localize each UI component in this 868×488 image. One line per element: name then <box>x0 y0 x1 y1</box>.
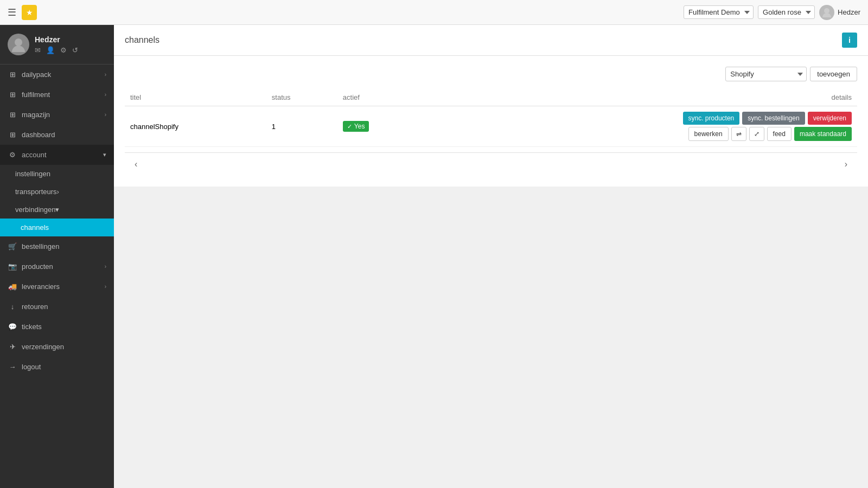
logout-icon: → <box>8 363 17 371</box>
sidebar-item-producten[interactable]: 📷 producten › <box>0 256 114 277</box>
sidebar-nav: ⊞ dailypack › ⊞ fulfilment › ⊞ magazijn … <box>0 65 114 488</box>
chevron-right-icon: › <box>57 188 59 196</box>
sidebar-item-transporteurs[interactable]: transporteurs › <box>0 183 114 201</box>
sidebar-item-label: verbindingen <box>15 206 55 214</box>
make-standard-button[interactable]: maak standaard <box>794 127 852 141</box>
logo-icon: ★ <box>26 8 33 17</box>
sync-orders-button[interactable]: sync. bestellingen <box>742 112 805 125</box>
mail-icon[interactable]: ✉ <box>35 46 41 54</box>
sidebar-item-verzendingen[interactable]: ✈ verzendingen <box>0 337 114 357</box>
sidebar-item-label: magazijn <box>22 111 50 119</box>
sidebar-item-label: tickets <box>22 323 42 331</box>
col-header-titel: titel <box>125 89 266 106</box>
feed-button[interactable]: feed <box>767 127 792 141</box>
sidebar-item-retouren[interactable]: ↓ retouren <box>0 297 114 317</box>
cell-status: 1 <box>266 106 337 147</box>
sidebar-item-label: transporteurs <box>15 188 57 196</box>
sidebar-item-instellingen[interactable]: instellingen <box>0 165 114 183</box>
chevron-right-icon: › <box>105 72 106 78</box>
svg-point-1 <box>15 38 22 46</box>
sidebar-item-bestellingen[interactable]: 🛒 bestellingen <box>0 236 114 256</box>
tickets-icon: 💬 <box>8 323 17 331</box>
cell-titel: channelShopify <box>125 106 266 147</box>
hamburger-button[interactable]: ☰ <box>8 7 16 18</box>
toolbar: Shopify WooCommerce Magento toevoegen <box>125 67 857 81</box>
sidebar-item-label: account <box>22 151 47 159</box>
main-layout: Hedzer ✉ 👤 ⚙ ↺ ⊞ dailypack › ⊞ fulfilmen… <box>0 25 868 488</box>
chevron-right-icon: › <box>105 92 106 98</box>
page-header: channels i <box>114 25 868 56</box>
sidebar-item-dashboard[interactable]: ⊞ dashboard <box>0 125 114 145</box>
refresh-icon[interactable]: ↺ <box>72 46 78 54</box>
table-row: channelShopify 1 Yes sync. producten syn… <box>125 106 857 147</box>
chevron-down-icon: ▾ <box>55 206 59 214</box>
chevron-down-icon: ▾ <box>103 151 106 158</box>
chevron-right-icon: › <box>105 264 106 269</box>
leveranciers-icon: 🚚 <box>8 282 17 291</box>
share-icon-button[interactable]: ⤢ <box>749 127 764 141</box>
sidebar-item-channels[interactable]: channels <box>0 219 114 236</box>
edit-button[interactable]: bewerken <box>688 127 729 141</box>
sidebar-item-label: producten <box>22 262 53 271</box>
producten-icon: 📷 <box>8 262 17 271</box>
col-header-details: details <box>426 89 857 106</box>
sidebar-item-logout[interactable]: → logout <box>0 357 114 377</box>
topbar-right: Fulfilment Demo Golden rose Hedzer <box>684 5 860 20</box>
content-area: channels i Shopify WooCommerce Magento t… <box>114 25 868 488</box>
topbar-username: Hedzer <box>838 8 860 16</box>
cell-actions: sync. producten sync. bestellingen verwi… <box>426 106 857 147</box>
verzendingen-icon: ✈ <box>8 343 17 351</box>
sidebar-item-dailypack[interactable]: ⊞ dailypack › <box>0 65 114 85</box>
golden-rose-select[interactable]: Golden rose <box>758 5 815 19</box>
page-title: channels <box>125 35 159 45</box>
sidebar-item-label: verzendingen <box>22 343 64 351</box>
sidebar-item-label: fulfilment <box>22 91 50 99</box>
fulfilment-icon: ⊞ <box>8 91 17 99</box>
sidebar-item-label: logout <box>22 363 41 371</box>
channel-type-select[interactable]: Shopify WooCommerce Magento <box>725 67 807 81</box>
sidebar-username: Hedzer <box>35 35 78 44</box>
action-buttons-row1: sync. producten sync. bestellingen verwi… <box>432 112 852 125</box>
settings-icon[interactable]: ⚙ <box>60 46 67 54</box>
magazijn-icon: ⊞ <box>8 111 17 119</box>
user-icon[interactable]: 👤 <box>46 46 55 54</box>
col-header-status: status <box>266 89 337 106</box>
pagination-next-button[interactable]: › <box>840 158 852 170</box>
chevron-right-icon: › <box>105 112 106 118</box>
sidebar-item-leveranciers[interactable]: 🚚 leveranciers › <box>0 277 114 297</box>
sidebar-item-label: retouren <box>22 303 48 311</box>
sidebar: Hedzer ✉ 👤 ⚙ ↺ ⊞ dailypack › ⊞ fulfilmen… <box>0 25 114 488</box>
add-channel-button[interactable]: toevoegen <box>810 67 857 81</box>
info-button[interactable]: i <box>842 33 857 48</box>
sidebar-item-label: channels <box>21 223 49 232</box>
topbar-left: ☰ ★ <box>8 5 37 20</box>
sidebar-item-fulfilment[interactable]: ⊞ fulfilment › <box>0 85 114 105</box>
sidebar-item-account[interactable]: ⚙ account ▾ <box>0 145 114 165</box>
sidebar-item-tickets[interactable]: 💬 tickets <box>0 317 114 337</box>
sidebar-item-magazijn[interactable]: ⊞ magazijn › <box>0 105 114 125</box>
sidebar-item-label: leveranciers <box>22 282 60 291</box>
fulfilment-demo-select[interactable]: Fulfilment Demo <box>684 5 754 19</box>
topbar: ☰ ★ Fulfilment Demo Golden rose Hedzer <box>0 0 868 25</box>
actief-badge: Yes <box>343 121 369 132</box>
sidebar-item-label: bestellingen <box>22 242 59 251</box>
avatar <box>819 5 834 20</box>
channels-table: titel status actief details channelShopi… <box>125 89 857 147</box>
dashboard-icon: ⊞ <box>8 131 17 139</box>
account-icon: ⚙ <box>8 151 17 159</box>
sidebar-item-label: dailypack <box>22 70 51 79</box>
sidebar-item-label: instellingen <box>15 170 50 178</box>
sidebar-user-icons: ✉ 👤 ⚙ ↺ <box>35 46 78 54</box>
sidebar-item-label: dashboard <box>22 131 55 139</box>
bestellingen-icon: 🛒 <box>8 242 17 251</box>
cell-actief: Yes <box>337 106 426 147</box>
sidebar-avatar <box>8 34 29 55</box>
sidebar-user-info: Hedzer ✉ 👤 ⚙ ↺ <box>35 35 78 54</box>
topbar-logo: ★ <box>22 5 37 20</box>
delete-button[interactable]: verwijderen <box>808 112 852 125</box>
pagination-prev-button[interactable]: ‹ <box>130 158 142 170</box>
sidebar-item-verbindingen[interactable]: verbindingen ▾ <box>0 201 114 219</box>
transfer-icon-button[interactable]: ⇌ <box>731 127 746 141</box>
sync-products-button[interactable]: sync. producten <box>683 112 740 125</box>
col-header-actief: actief <box>337 89 426 106</box>
